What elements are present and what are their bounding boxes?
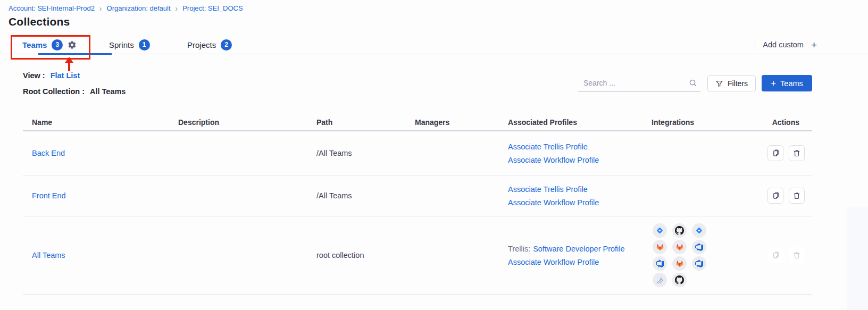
delete-button[interactable] [789,188,805,204]
view-label: View : [23,71,45,80]
jira-icon [653,223,667,238]
collections-page: Account: SEI-Internal-Prod2 › Organizati… [0,0,868,310]
table-row: Back End /All Teams Associate Trellis Pr… [23,131,812,175]
breadcrumb: Account: SEI-Internal-Prod2 › Organizati… [9,4,243,12]
plus-icon: + [771,79,776,88]
header-managers: Managers [406,118,499,127]
associated-profiles-cell: Associate Trellis Profile Associate Work… [499,185,642,207]
chevron-right-icon: › [99,5,102,12]
delete-button-disabled [789,247,805,263]
tab-sprints[interactable]: Sprints 1 [109,35,150,54]
teams-count-badge: 3 [52,39,63,51]
clone-button-disabled [767,247,783,263]
sonarqube-icon [653,273,667,287]
view-flat-list-link[interactable]: Flat List [51,71,80,80]
integrations-cell [642,223,741,287]
actions-cell [741,247,812,263]
collection-name-link[interactable]: Front End [32,191,66,200]
annotation-arrow-line [68,62,70,71]
integrations-grid [642,223,741,287]
associated-profiles-cell: Trellis: Software Developer Profile Asso… [499,245,642,266]
right-edge-panel [847,207,868,310]
azure-devops-icon [692,240,706,254]
associate-workflow-profile-link[interactable]: Associate Workflow Profile [508,258,642,266]
projects-count-badge: 2 [221,39,232,51]
path-cell: /All Teams [307,191,406,200]
github-icon [672,273,687,287]
tab-teams[interactable]: Teams 3 [22,35,77,54]
associate-workflow-profile-link[interactable]: Associate Workflow Profile [508,156,642,164]
root-collection-label: Root Collection : [23,87,85,96]
gitlab-icon [672,256,687,271]
trellis-profile-link[interactable]: Software Developer Profile [533,245,624,253]
azure-devops-icon [653,256,667,271]
search-icon[interactable] [689,79,697,87]
path-cell: root collection [307,251,406,259]
table-row: Front End /All Teams Associate Trellis P… [23,175,812,216]
tab-sprints-label: Sprints [109,40,134,49]
header-actions: Actions [741,118,812,127]
tab-teams-label: Teams [22,40,47,49]
collections-table: Name Description Path Managers Associate… [23,114,812,295]
collection-name-link[interactable]: Back End [32,149,65,157]
header-description: Description [169,118,307,127]
add-teams-label: Teams [780,79,803,88]
actions-cell [741,188,812,204]
root-collection-value: All Teams [90,87,126,96]
breadcrumb-project-link[interactable]: Project: SEI_DOCS [182,4,243,12]
tab-projects-label: Projects [187,40,216,49]
divider [755,40,755,49]
associated-profiles-cell: Associate Trellis Profile Associate Work… [499,143,642,164]
header-path: Path [307,118,406,127]
clone-button[interactable] [767,188,783,204]
table-row: All Teams root collection Trellis: Softw… [23,216,812,295]
tab-projects[interactable]: Projects 2 [187,35,232,54]
chevron-right-icon: › [176,5,178,12]
actions-cell [741,145,812,161]
associate-trellis-profile-link[interactable]: Associate Trellis Profile [508,143,642,151]
gitlab-icon [653,240,667,254]
breadcrumb-organization-link[interactable]: Organization: default [107,4,171,12]
jira-icon [692,223,706,238]
add-custom-button[interactable]: Add custom + [755,35,817,54]
funnel-icon [715,80,723,88]
associate-workflow-profile-link[interactable]: Associate Workflow Profile [508,198,642,207]
sprints-count-badge: 1 [139,39,150,51]
path-cell: /All Teams [307,149,406,157]
associate-trellis-profile-link[interactable]: Associate Trellis Profile [508,185,642,194]
table-header-row: Name Description Path Managers Associate… [23,114,812,131]
add-teams-button[interactable]: + Teams [762,75,812,91]
github-icon [672,223,687,238]
page-title: Collections [9,15,70,28]
breadcrumb-account-link[interactable]: Account: SEI-Internal-Prod2 [9,4,95,12]
header-name: Name [23,118,169,127]
delete-button[interactable] [789,145,805,161]
filters-label: Filters [728,79,748,88]
plus-icon: + [811,40,817,50]
azure-devops-icon [692,256,706,271]
tab-bar: Teams 3 Sprints 1 Projects 2 [0,35,868,54]
annotation-arrow-icon [65,57,73,63]
collection-name-link[interactable]: All Teams [32,251,65,259]
header-integrations: Integrations [642,118,741,127]
search-box [578,75,700,91]
gitlab-icon [672,240,687,254]
root-collection: Root Collection : All Teams [23,87,126,96]
active-tab-underline [38,53,112,55]
add-custom-label: Add custom [763,40,804,49]
gear-icon[interactable] [68,40,77,49]
clone-button[interactable] [767,145,783,161]
trellis-label: Trellis: [508,245,530,253]
header-associated-profiles: Associated Profiles [499,118,642,127]
view-selector: View : Flat List [23,71,80,80]
search-input[interactable] [578,79,689,87]
filters-button[interactable]: Filters [707,76,756,91]
